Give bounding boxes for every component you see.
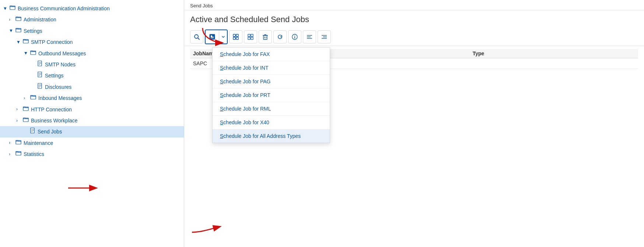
tree-label-statistics: Statistics [24,150,44,158]
tree-item-http[interactable]: › HTTP Connection [0,104,184,115]
svg-rect-21 [236,34,238,36]
expand-icon-maintenance[interactable]: › [9,139,14,146]
svg-rect-20 [233,34,235,36]
tree-label-admin: Administration [24,15,56,24]
toolbar: Schedule Job for FAX Schedule Job for IN… [184,28,644,46]
tree-navigation: ▼ Business Communication Administration … [0,0,184,247]
svg-rect-26 [248,37,250,39]
dropdown-item-fax[interactable]: Schedule Job for FAX [213,48,330,61]
tree-label-outbound: Outbound Messages [38,49,86,58]
cell-type [470,58,638,69]
tree-item-send-jobs[interactable]: Send Jobs [0,126,184,137]
svg-line-15 [198,38,199,39]
info-button[interactable] [288,30,301,44]
expand-icon-outbound[interactable]: ▼ [24,50,29,57]
col-header-type: Type [470,49,638,58]
svg-rect-19 [211,37,214,38]
tree-item-statistics[interactable]: › Statistics [0,149,184,160]
panel-title: Send Jobs [184,0,644,10]
folder-icon-outbound [30,49,36,58]
svg-rect-25 [251,34,253,36]
folder-icon-settings [15,27,21,35]
folder-icon-bca [10,4,15,13]
schedule-main-button[interactable] [206,30,219,44]
delete-button[interactable] [259,30,272,44]
tree-label-biz: Business Workplace [31,116,78,125]
expand-icon-smtp[interactable]: ▼ [16,39,21,46]
tree-item-biz-workplace[interactable]: › Business Workplace [0,115,184,126]
expand-icon-biz[interactable]: › [16,117,21,124]
tree-label-inbound: Inbound Messages [38,94,82,102]
folder-icon-inbound [30,94,36,102]
tree-item-smtp[interactable]: ▼ SMTP Connection [0,36,184,48]
tree-label-smtp: SMTP Connection [31,38,73,46]
tree-item-outbound[interactable]: ▼ Outbound Messages [0,48,184,59]
tree-item-maintenance[interactable]: › Maintenance [0,138,184,149]
svg-rect-27 [251,37,253,39]
doc-icon-smtp-nodes [38,60,43,69]
tree-item-smtp-nodes[interactable]: SMTP Nodes [0,59,184,70]
tree-item-settings[interactable]: ▼ Settings [0,25,184,36]
folder-icon-admin [15,15,21,24]
expand-icon-admin[interactable]: › [9,16,14,23]
dropdown-item-rml[interactable]: Schedule Job for RML [213,102,330,116]
refresh-button[interactable] [273,30,287,44]
search-button[interactable] [190,30,203,44]
tree-label-settings-leaf: Settings [45,72,64,80]
tree-label-maintenance: Maintenance [24,139,53,147]
dropdown-item-pag[interactable]: Schedule Job for PAG [213,75,330,88]
svg-rect-22 [233,37,235,39]
folder-icon-smtp [23,38,29,46]
tree-item-inbound[interactable]: › Inbound Messages [0,93,184,104]
svg-point-34 [294,35,295,36]
tree-label-bca: Business Communication Administration [18,4,110,13]
svg-rect-17 [211,35,212,37]
schedule-dropdown-arrow[interactable] [219,30,227,44]
dropdown-item-all[interactable]: Schedule Job for All Address Types [213,129,330,143]
tree-item-settings-leaf[interactable]: Settings [0,70,184,81]
expand-icon-http[interactable]: › [16,106,21,113]
grid-button[interactable] [244,30,257,44]
tree-item-disclosures[interactable]: Disclosures [0,81,184,93]
folder-icon-http [23,105,29,114]
folder-icon-biz [23,116,29,125]
align-right-button[interactable] [318,30,331,44]
tree-label-disclosures: Disclosures [45,83,71,91]
tree-label-settings: Settings [24,27,42,35]
expand-icon-settings[interactable]: ▼ [9,27,14,34]
svg-rect-18 [211,38,214,38]
svg-rect-28 [263,35,267,39]
expand-icon-inbound[interactable]: › [24,95,29,102]
expand-icon-bca[interactable]: ▼ [3,5,8,12]
tree-item-admin[interactable]: › Administration [0,14,184,25]
schedule-dropdown-menu: Schedule Job for FAX Schedule Job for IN… [212,47,330,143]
doc-icon-send-jobs [30,128,35,136]
doc-icon-disclosures [38,83,43,91]
folder-icon-statistics [15,150,21,158]
folder-icon-maintenance [15,139,21,147]
expand-icon-statistics[interactable]: › [9,151,14,158]
right-panel: Send Jobs Active and Scheduled Send Jobs [184,0,644,247]
doc-icon-settings-leaf [38,72,43,80]
align-left-button[interactable] [303,30,316,44]
dropdown-item-x40[interactable]: Schedule Job for X40 [213,116,330,129]
tree-label-smtp-nodes: SMTP Nodes [45,60,76,69]
tree-label-send-jobs: Send Jobs [38,128,62,136]
svg-rect-24 [248,34,250,36]
dropdown-item-int[interactable]: Schedule Job for INT [213,61,330,75]
dropdown-item-prt[interactable]: Schedule Job for PRT [213,88,330,102]
tree-label-http: HTTP Connection [31,105,72,114]
svg-rect-23 [236,37,238,39]
tree-item-bca[interactable]: ▼ Business Communication Administration [0,3,184,14]
puzzle-button[interactable] [229,30,242,44]
schedule-split-button[interactable] [205,29,228,44]
section-title: Active and Scheduled Send Jobs [184,10,644,28]
